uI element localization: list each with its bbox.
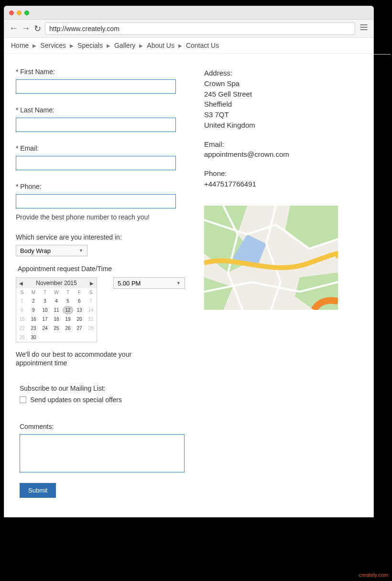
calendar-day[interactable]: 19: [62, 315, 74, 324]
close-window-icon[interactable]: [9, 11, 14, 15]
first-name-input[interactable]: [16, 79, 176, 94]
comments-textarea[interactable]: [20, 434, 185, 472]
address-line: Crown Spa: [204, 78, 362, 89]
calendar-day[interactable]: 6: [74, 296, 85, 306]
calendar-day[interactable]: 5: [62, 296, 74, 306]
calendar-day[interactable]: 3: [39, 296, 51, 306]
url-input[interactable]: [45, 22, 355, 35]
chevron-right-icon: ▶: [139, 43, 143, 48]
calendar-day[interactable]: 23: [28, 324, 39, 333]
contact-info: Address: Crown Spa245 Gell StreetSheffie…: [204, 68, 362, 189]
breadcrumb: Home▶Services▶Specials▶Gallery▶About Us▶…: [4, 38, 373, 54]
breadcrumb-item[interactable]: About Us: [147, 42, 174, 49]
calendar-day[interactable]: 22: [16, 324, 28, 333]
calendar-day: [74, 333, 85, 342]
calendar-day[interactable]: 30: [28, 333, 39, 342]
calendar-day: [85, 333, 97, 342]
contact-email-label: Email:: [204, 139, 362, 150]
email-label: * Email:: [16, 144, 185, 152]
calendar-day[interactable]: 26: [62, 324, 74, 333]
service-select[interactable]: Body Wrap ▼: [16, 245, 87, 256]
submit-button[interactable]: Submit: [20, 483, 56, 498]
time-select[interactable]: 5.00 PM ▼: [113, 277, 185, 289]
breadcrumb-item[interactable]: Contact Us: [186, 42, 219, 49]
calendar-day[interactable]: 10: [39, 306, 51, 315]
calendar-day[interactable]: 12: [62, 306, 74, 315]
calendar-title: November 2015: [36, 280, 76, 286]
contact-phone-label: Phone:: [204, 168, 362, 179]
browser-window: ← → ↻ Home▶Services▶Specials▶Gallery▶Abo…: [4, 6, 374, 517]
calendar-prev-icon[interactable]: ◀: [19, 281, 23, 286]
chevron-right-icon: ▶: [107, 43, 110, 48]
chevron-right-icon: ▶: [33, 43, 36, 48]
calendar-day[interactable]: 7: [85, 296, 97, 306]
calendar-day[interactable]: 1: [16, 296, 28, 306]
calendar-dow: M: [28, 288, 39, 296]
calendar-day[interactable]: 29: [16, 333, 28, 342]
calendar-dow: W: [51, 288, 62, 296]
calendar-day[interactable]: 11: [51, 306, 62, 315]
address-line: Sheffield: [204, 99, 362, 110]
first-name-label: * First Name:: [16, 68, 185, 76]
address-line: United Kingdom: [204, 120, 362, 131]
contact-phone-value: +447517766491: [204, 179, 362, 189]
subscribe-checkbox[interactable]: [20, 396, 26, 403]
back-button[interactable]: ←: [9, 23, 18, 33]
calendar-dow: T: [39, 288, 51, 296]
forward-button[interactable]: →: [22, 23, 30, 33]
calendar-day[interactable]: 4: [51, 296, 62, 306]
calendar-dow: T: [62, 288, 74, 296]
calendar-day[interactable]: 27: [74, 324, 85, 333]
chevron-down-icon: ▼: [79, 248, 83, 253]
calendar-day[interactable]: 17: [39, 315, 51, 324]
calendar-day[interactable]: 15: [16, 315, 28, 324]
contact-email-value: appointments@crown.com: [204, 149, 362, 160]
calendar-day[interactable]: 18: [51, 315, 62, 324]
calendar-day[interactable]: 20: [74, 315, 85, 324]
calendar-day[interactable]: 16: [28, 315, 39, 324]
calendar-day: [39, 333, 51, 342]
calendar-day[interactable]: 21: [85, 315, 97, 324]
calendar-day[interactable]: 8: [16, 306, 28, 315]
phone-input[interactable]: [16, 194, 176, 208]
breadcrumb-item[interactable]: Specials: [77, 42, 103, 49]
calendar-widget[interactable]: ◀ November 2015 ▶ SMTWTFS123456789101112…: [16, 277, 97, 342]
service-select-value: Body Wrap: [20, 247, 51, 254]
calendar-day[interactable]: 14: [85, 306, 97, 315]
appointment-note: We'll do our best to accommodate your ap…: [16, 350, 150, 367]
maximize-window-icon[interactable]: [24, 11, 29, 15]
reload-button[interactable]: ↻: [34, 23, 41, 34]
last-name-input[interactable]: [16, 118, 176, 132]
calendar-day[interactable]: 9: [28, 306, 39, 315]
breadcrumb-item[interactable]: Services: [40, 42, 66, 49]
calendar-day[interactable]: 2: [28, 296, 39, 306]
minimize-window-icon[interactable]: [17, 11, 22, 15]
chevron-right-icon: ▶: [70, 43, 74, 48]
phone-hint: Provide the best phone number to reach y…: [16, 213, 185, 221]
breadcrumb-item[interactable]: Home: [11, 42, 29, 49]
window-titlebar: [4, 6, 373, 20]
comments-label: Comments:: [20, 423, 185, 430]
calendar-dow: S: [85, 288, 97, 296]
chevron-right-icon: ▶: [178, 43, 182, 48]
chevron-down-icon: ▼: [176, 281, 181, 285]
service-label: Which service are you interested in:: [16, 233, 185, 241]
calendar-day[interactable]: 28: [85, 324, 97, 333]
hamburger-menu-icon[interactable]: [359, 22, 369, 34]
time-select-value: 5.00 PM: [118, 280, 141, 287]
calendar-next-icon[interactable]: ▶: [90, 281, 94, 286]
calendar-day[interactable]: 24: [39, 324, 51, 333]
calendar-dow: F: [74, 288, 85, 296]
calendar-dow: S: [16, 288, 28, 296]
address-line: S3 7QT: [204, 110, 362, 120]
browser-toolbar: ← → ↻: [4, 20, 373, 38]
phone-label: * Phone:: [16, 183, 185, 190]
calendar-day[interactable]: 25: [51, 324, 62, 333]
subscribe-checkbox-label: Send updates on special offers: [30, 396, 122, 404]
calendar-day[interactable]: 13: [74, 306, 85, 315]
email-input[interactable]: [16, 156, 176, 170]
address-label: Address:: [204, 68, 362, 78]
breadcrumb-item[interactable]: Gallery: [114, 42, 135, 49]
calendar-day: [51, 333, 62, 342]
address-line: 245 Gell Street: [204, 89, 362, 99]
